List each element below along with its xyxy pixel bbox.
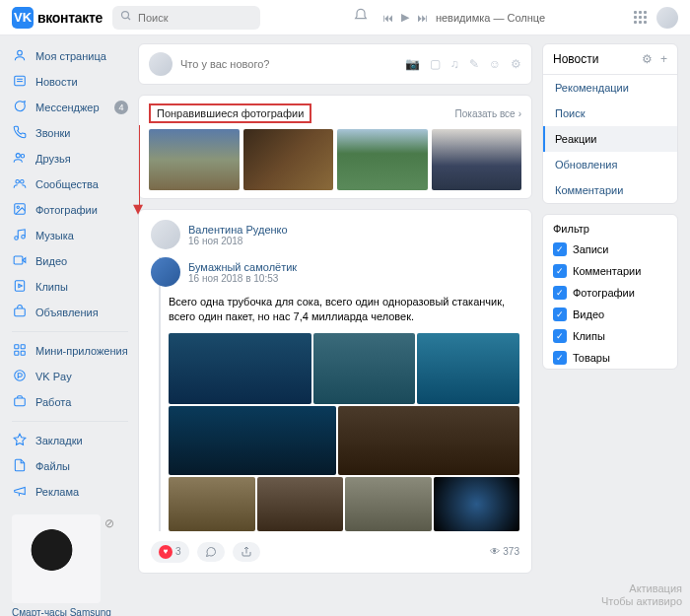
ad-title: Смарт-часы Samsung G... <box>12 607 128 616</box>
filter-label: Клипы <box>573 330 605 342</box>
nav-item-photo[interactable]: Фотографии <box>12 197 128 223</box>
nav-item-label: Моя страница <box>35 50 106 62</box>
post-author-avatar[interactable] <box>151 220 180 249</box>
show-all-link[interactable]: Показать все › <box>455 108 521 119</box>
nav-item-news[interactable]: Новости <box>12 69 128 95</box>
post-photo[interactable] <box>169 333 311 404</box>
nav-item-clips[interactable]: Клипы <box>12 274 128 300</box>
filter-item[interactable]: ✓Товары <box>543 347 677 369</box>
nav-item-music[interactable]: Музыка <box>12 223 128 248</box>
liked-photo-thumb[interactable] <box>337 129 428 190</box>
post-photo[interactable] <box>169 406 336 475</box>
nav-item-label: Музыка <box>35 230 74 241</box>
search-box[interactable] <box>112 6 260 30</box>
ads-icon <box>12 484 28 500</box>
rsb-tab[interactable]: Комментарии <box>543 177 677 203</box>
filter-label: Видео <box>573 308 604 320</box>
liked-photo-thumb[interactable] <box>149 129 240 190</box>
nav-item-apps[interactable]: Мини-приложения <box>12 338 128 364</box>
filter-item[interactable]: ✓Записи <box>543 239 677 260</box>
nav-item-groups[interactable]: Сообщества <box>12 171 128 197</box>
post-author-name[interactable]: Валентина Руденко <box>188 224 288 236</box>
composer-avatar <box>149 52 172 76</box>
settings-icon[interactable]: ⚙ <box>642 52 653 66</box>
post-photo[interactable] <box>345 477 432 531</box>
logo-icon: VK <box>12 7 34 29</box>
nav-item-label: Сообщества <box>35 178 99 190</box>
add-icon[interactable]: + <box>660 52 667 66</box>
player-next-icon[interactable]: ⏭ <box>417 12 428 24</box>
checkbox-checked-icon: ✓ <box>553 286 567 300</box>
composer-card: 📷 ▢ ♫ ✎ ☺ ⚙ <box>138 43 532 85</box>
composer-settings-icon[interactable]: ⚙ <box>511 57 521 71</box>
player-prev-icon[interactable]: ⏮ <box>382 12 393 24</box>
share-button[interactable] <box>233 542 260 562</box>
search-input[interactable] <box>138 12 252 24</box>
post-text: Всего одна трубочка для сока, всего один… <box>169 295 519 325</box>
bookmark-icon <box>12 433 28 448</box>
groups-icon <box>12 176 28 192</box>
svg-rect-21 <box>21 351 25 355</box>
ad-block[interactable]: ⊘ Смарт-часы Samsung G... mvideo.ru Смар… <box>12 514 128 616</box>
like-button[interactable]: ♥ 3 <box>151 541 189 563</box>
player-play-icon[interactable]: ▶ <box>401 11 409 24</box>
music-icon <box>12 228 28 243</box>
filter-item[interactable]: ✓Фотографии <box>543 282 677 304</box>
nav-item-home[interactable]: Моя страница <box>12 43 128 69</box>
nav-item-video[interactable]: Видео <box>12 248 128 274</box>
post-photo[interactable] <box>417 333 519 404</box>
liked-photo-thumb[interactable] <box>243 129 334 190</box>
svg-point-6 <box>16 154 20 158</box>
nav-item-work[interactable]: Работа <box>12 389 128 415</box>
repost-author-name[interactable]: Бумажный самолётик <box>188 261 297 273</box>
liked-photo-thumb[interactable] <box>432 129 522 190</box>
attach-music-icon[interactable]: ♫ <box>450 57 459 71</box>
nav-item-friends[interactable]: Друзья <box>12 146 128 171</box>
photo-icon <box>12 202 28 218</box>
filter-item[interactable]: ✓Видео <box>543 304 677 325</box>
post-photo[interactable] <box>313 333 416 404</box>
nav-item-phone[interactable]: Звонки <box>12 120 128 146</box>
rsb-tab[interactable]: Поиск <box>543 101 677 126</box>
notifications-icon[interactable] <box>349 8 373 27</box>
logo[interactable]: VK вконтакте <box>12 7 103 29</box>
nav-item-market[interactable]: Объявления <box>12 300 128 325</box>
nav-item-chat[interactable]: Мессенджер4 <box>12 95 128 120</box>
ad-close-icon[interactable]: ⊘ <box>104 516 114 530</box>
comment-button[interactable] <box>197 542 225 562</box>
post-photo[interactable] <box>257 477 344 531</box>
checkbox-checked-icon: ✓ <box>553 242 567 256</box>
svg-rect-18 <box>15 345 19 349</box>
apps-grid-icon[interactable] <box>634 11 647 24</box>
filter-label: Записи <box>573 243 609 255</box>
files-icon <box>12 458 28 474</box>
filter-item[interactable]: ✓Комментарии <box>543 260 677 282</box>
svg-point-9 <box>21 180 24 184</box>
rsb-tab[interactable]: Обновления <box>543 152 677 177</box>
svg-point-8 <box>16 180 19 184</box>
rsb-tab[interactable]: Рекомендации <box>543 75 677 101</box>
post-photo[interactable] <box>169 477 255 531</box>
post-photo[interactable] <box>338 406 519 475</box>
svg-rect-19 <box>21 345 25 349</box>
search-icon <box>120 10 132 25</box>
user-avatar[interactable] <box>656 7 678 29</box>
nav-badge: 4 <box>114 101 128 114</box>
attach-video-icon[interactable]: ▢ <box>430 57 441 71</box>
player-track-title[interactable]: невидимка — Солнце <box>436 12 545 24</box>
attach-photo-icon[interactable]: 📷 <box>405 57 420 71</box>
nav-item-bookmark[interactable]: Закладки <box>12 428 128 453</box>
nav-item-pay[interactable]: VK Pay <box>12 364 128 389</box>
repost-author-avatar[interactable] <box>151 257 180 287</box>
post-photo[interactable] <box>434 477 520 531</box>
logo-text: вконтакте <box>37 10 103 26</box>
nav-item-label: Файлы <box>35 460 70 472</box>
rsb-tab[interactable]: Реакции <box>543 126 677 152</box>
filter-item[interactable]: ✓Клипы <box>543 325 677 347</box>
checkbox-checked-icon: ✓ <box>553 351 567 365</box>
nav-item-files[interactable]: Файлы <box>12 453 128 479</box>
nav-item-ads[interactable]: Реклама <box>12 479 128 505</box>
composer-input[interactable] <box>180 58 397 70</box>
attach-article-icon[interactable]: ✎ <box>469 57 479 71</box>
composer-emoji-icon[interactable]: ☺ <box>489 57 501 71</box>
